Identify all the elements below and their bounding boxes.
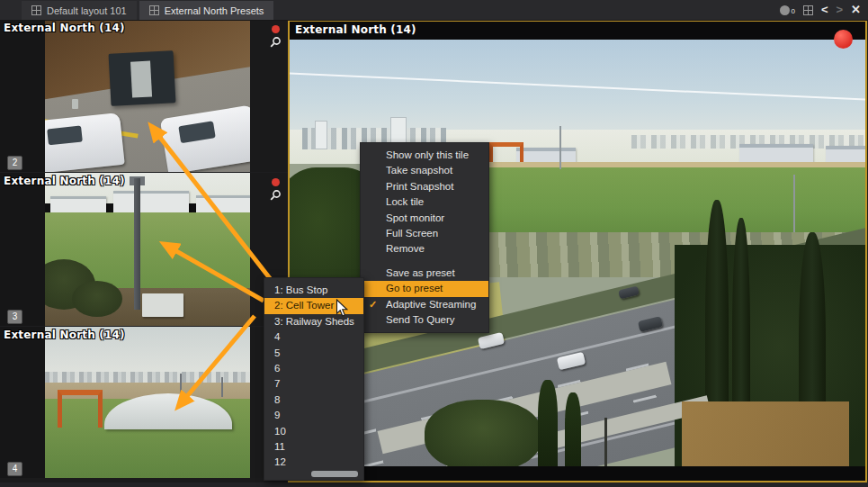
alarm-count: 0 [791,7,794,15]
tab-label: Default layout 101 [47,5,127,16]
tile-number-badge: 4 [7,462,22,476]
preset-item-8[interactable]: 8 [264,392,363,408]
camera-title: External North (14) [4,22,125,34]
recording-dot-icon [272,25,280,33]
preset-item-9[interactable]: 9 [264,408,363,423]
menu-item-label: Adaptive Streaming [386,299,476,310]
tab-bar-controls: 0 < > ✕ [780,0,868,20]
camera-video-bus-stop[interactable]: External North (14) 2 [0,20,250,172]
white-tower [315,121,327,149]
preset-item-5[interactable]: 5 [264,346,363,361]
layout-grid-icon [31,5,41,15]
preset-item-7[interactable]: 7 [264,376,363,392]
preset-item-10[interactable]: 10 [264,424,363,439]
chevron-right-icon[interactable]: > [837,1,844,19]
checkmark-icon: ✓ [369,297,377,312]
tab-external-north-presets[interactable]: External North Presets [139,1,274,20]
preset-submenu: 1: Bus Stop 2: Cell Tower 3: Railway She… [264,277,364,481]
digital-zoom-icon[interactable] [270,189,282,201]
pillarbox-bar [0,20,45,172]
main-tile-header: External North (14) [290,22,865,40]
orange-gantry-crane [58,390,103,428]
van-windshield [178,121,216,143]
scrollbar-thumb[interactable] [311,471,358,477]
preset-item-2-cell-tower[interactable]: 2: Cell Tower [264,298,363,313]
preset-item-3-railway-sheds[interactable]: 3: Railway Sheds [264,314,363,329]
camera-tile-2[interactable]: External North (14) 3 [0,173,288,326]
cypress-bush [538,380,558,470]
tile-context-menu: Show only this tile Take snapshot Print … [360,142,489,333]
preset-item-6[interactable]: 6 [264,361,363,376]
railway-sheds-scene [45,327,250,478]
camera-tile-3[interactable]: External North (14) 4 [0,327,288,478]
bus-stop-scene [45,20,250,172]
layout-tab-bar: Default layout 101 External North Preset… [0,0,868,21]
dry-brown-patch [682,401,849,470]
preset-item-11[interactable]: 11 [264,439,363,455]
white-car [45,113,125,172]
letterbox-bar [290,466,865,481]
pillarbox-bar [0,327,45,478]
pillarbox-bar [0,173,45,326]
alarm-indicator[interactable]: 0 [780,5,794,15]
car-windshield [47,126,83,145]
bus-shelter [109,50,176,106]
distant-pole [180,374,182,397]
menu-item-full-screen[interactable]: Full Screen [361,226,488,241]
camera-tile-1[interactable]: External North (14) 2 [0,20,288,172]
menu-item-print-snapshot[interactable]: Print Snapshot [361,179,488,194]
trash-bin [72,99,78,109]
recording-dot-icon [834,30,853,49]
alarm-dot-icon [780,5,790,15]
light-pole [559,126,561,169]
layout-grid-icon [149,5,159,15]
preset-item-4[interactable]: 4 [264,329,363,345]
menu-item-spot-monitor[interactable]: Spot monitor [361,211,488,226]
bushes [72,281,122,317]
equipment-shack [142,293,183,317]
city-skyline [45,372,250,383]
tile-number-badge: 2 [7,156,22,170]
cypress-bush [565,392,581,470]
garden-bushes [425,400,541,472]
camera-video-cell-tower[interactable]: External North (14) 3 [0,173,250,326]
preset-item-1-bus-stop[interactable]: 1: Bus Stop [264,283,363,298]
shelter-panel [130,61,152,98]
bottom-bar [0,482,868,487]
menu-item-lock-tile[interactable]: Lock tile [361,194,488,210]
cell-tower-pole [134,178,140,310]
menu-item-take-snapshot[interactable]: Take snapshot [361,163,488,178]
menu-item-send-to-query[interactable]: Send To Query [361,312,488,328]
digital-zoom-icon[interactable] [270,36,282,48]
recording-dot-icon [272,178,280,186]
lamp-post [604,418,607,470]
distant-pole [221,377,223,397]
menu-item-show-only-this-tile[interactable]: Show only this tile [361,148,488,163]
tab-default-layout[interactable]: Default layout 101 [22,1,137,20]
chevron-left-icon[interactable]: < [821,1,828,19]
camera-title: External North (14) [4,329,125,341]
layout-picker-icon[interactable] [803,5,813,15]
tab-label: External North Presets [165,5,264,16]
menu-item-save-as-preset[interactable]: Save as preset [361,266,488,281]
menu-item-go-to-preset[interactable]: Go to preset [361,281,488,296]
menu-item-remove[interactable]: Remove [361,241,488,257]
preset-item-12[interactable]: 12 [264,455,363,470]
cell-tower-scene [45,173,250,326]
close-icon[interactable]: ✕ [851,1,861,19]
camera-video-railway-sheds[interactable]: External North (14) 4 [0,327,250,478]
camera-title: External North (14) [4,175,125,187]
camera-title: External North (14) [295,23,416,36]
menu-item-adaptive-streaming[interactable]: ✓Adaptive Streaming [361,297,488,312]
tile-side-strip [250,20,288,172]
tile-number-badge: 3 [7,310,22,324]
